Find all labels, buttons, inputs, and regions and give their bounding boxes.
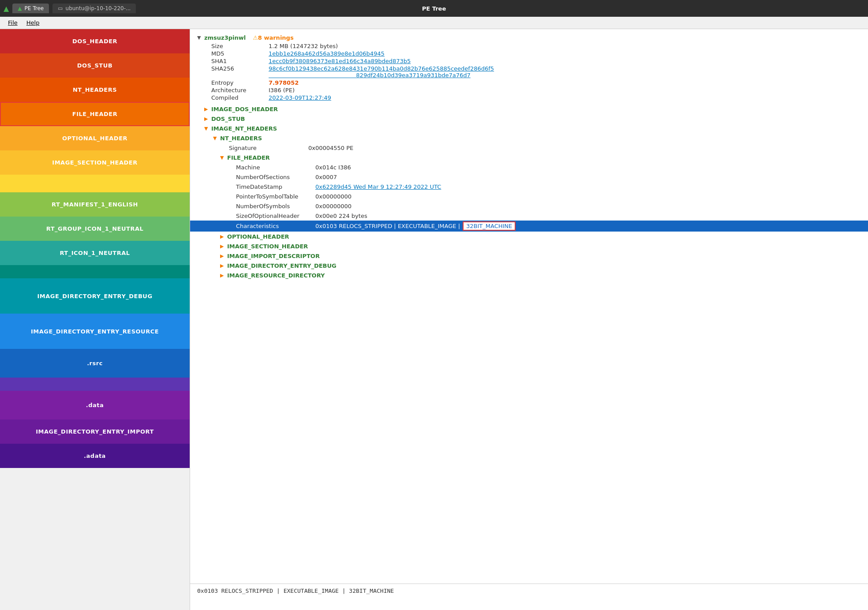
machine-value: 0x014c I386 [315, 164, 351, 171]
file-header-node[interactable]: ▼ FILE_HEADER [190, 153, 868, 162]
num-symbols-label: NumberOfSymbols [236, 203, 315, 210]
optional-header-label[interactable]: OPTIONAL_HEADER [227, 233, 289, 240]
image-dos-header-label[interactable]: IMAGE_DOS_HEADER [211, 106, 278, 112]
section-rt-icon[interactable]: RT_ICON_1_NEUTRAL [0, 241, 190, 265]
image-dir-debug-label[interactable]: IMAGE_DIRECTORY_ENTRY_DEBUG [227, 262, 337, 269]
image-nt-headers-node[interactable]: ▼ IMAGE_NT_HEADERS [190, 123, 868, 133]
ptr-symbol-value: 0x00000000 [315, 193, 352, 200]
machine-row: Machine 0x014c I386 [190, 162, 868, 172]
nt-headers-label[interactable]: NT_HEADERS [220, 135, 262, 142]
expand-iid-icon: ▶ [220, 253, 227, 259]
expand-isechead-icon: ▶ [220, 243, 227, 249]
characteristics-label: Characteristics [236, 223, 315, 229]
expand-dos-icon: ▶ [204, 106, 211, 112]
file-header-label[interactable]: FILE_HEADER [227, 154, 270, 161]
sha1-value[interactable]: 1ecc0b9f380896373e81ed166c34a89bded873b5 [269, 58, 411, 64]
compiled-value[interactable]: 2022-03-09T12:27:49 [269, 94, 331, 101]
ptr-symbol-row: PointerToSymbolTable 0x00000000 [190, 191, 868, 201]
sha1-label: SHA1 [211, 58, 269, 64]
dos-stub-label[interactable]: DOS_STUB [211, 116, 245, 122]
expand-filename-icon: ▼ [197, 35, 204, 41]
entropy-row: Entropy 7.978052 [190, 79, 868, 86]
signature-label: Signature [229, 145, 308, 151]
expand-idd-icon: ▶ [220, 263, 227, 269]
characteristics-value: 0x0103 RELOCS_STRIPPED | EXECUTABLE_IMAG… [315, 223, 460, 229]
arch-row: Architecture I386 (PE) [190, 86, 868, 94]
expand-ntheaders-icon: ▼ [213, 135, 220, 141]
warnings-label: 8 warnings [258, 34, 294, 41]
image-nt-headers-label[interactable]: IMAGE_NT_HEADERS [211, 125, 277, 132]
image-resource-dir-node[interactable]: ▶ IMAGE_RESOURCE_DIRECTORY [190, 270, 868, 280]
image-import-descriptor-node[interactable]: ▶ IMAGE_IMPORT_DESCRIPTOR [190, 251, 868, 261]
filename-row: ▼ zmsuz3pinwl ⚠ 8 warnings [190, 33, 868, 42]
section-rt-group-icon[interactable]: RT_GROUP_ICON_1_NEUTRAL [0, 217, 190, 241]
image-dir-debug-node[interactable]: ▶ IMAGE_DIRECTORY_ENTRY_DEBUG [190, 261, 868, 270]
left-panel: DOS_HEADER DOS_STUB NT_HEADERS FILE_HEAD… [0, 29, 190, 610]
tree-area: ▼ zmsuz3pinwl ⚠ 8 warnings Size 1.2 MB (… [190, 29, 868, 584]
section-adata[interactable]: .adata [0, 444, 190, 468]
section-data[interactable]: .data [0, 391, 190, 419]
section-rt-manifest[interactable]: RT_MANIFEST_1_ENGLISH [0, 192, 190, 217]
image-section-header-label[interactable]: IMAGE_SECTION_HEADER [227, 243, 308, 250]
md5-value[interactable]: 1ebb1e268a462d56a389e8e1d06b4945 [269, 50, 385, 57]
filename-link[interactable]: zmsuz3pinwl [204, 34, 246, 41]
compiled-label: Compiled [211, 94, 269, 101]
tab-petree[interactable]: ▲ PE Tree [12, 4, 49, 13]
sha256-row: SHA256 98c6cf0b129438ec62a628e8431e790b1… [190, 65, 868, 79]
app-icon: ▲ [4, 4, 9, 13]
section-dos-stub[interactable]: DOS_STUB [0, 53, 190, 78]
section-optional-header[interactable]: OPTIONAL_HEADER [0, 126, 190, 150]
entropy-value: 7.978052 [269, 79, 299, 86]
dos-stub-node[interactable]: ▶ DOS_STUB [190, 114, 868, 123]
image-import-descriptor-label[interactable]: IMAGE_IMPORT_DESCRIPTOR [227, 253, 320, 259]
image-dos-header-node[interactable]: ▶ IMAGE_DOS_HEADER [190, 104, 868, 114]
expand-opthead-icon: ▶ [220, 234, 227, 240]
sha256-label: SHA256 [211, 65, 269, 72]
section-nt-headers[interactable]: NT_HEADERS [0, 78, 190, 102]
section-file-header[interactable]: FILE_HEADER [0, 102, 190, 126]
entropy-label: Entropy [211, 79, 269, 86]
image-resource-dir-label[interactable]: IMAGE_RESOURCE_DIRECTORY [227, 272, 325, 279]
num-symbols-value: 0x00000000 [315, 203, 352, 210]
size-optional-row: SizeOfOptionalHeader 0x00e0 224 bytes [190, 211, 868, 221]
section-image-section-header[interactable]: IMAGE_SECTION_HEADER [0, 150, 190, 175]
section-image-dir-debug[interactable]: IMAGE_DIRECTORY_ENTRY_DEBUG [0, 278, 190, 314]
nt-headers-node[interactable]: ▼ NT_HEADERS [190, 133, 868, 143]
section-dos-header[interactable]: DOS_HEADER [0, 29, 190, 53]
sha256-value[interactable]: 98c6cf0b129438ec62a628e8431e790b114ba0d8… [269, 65, 494, 79]
size-optional-label: SizeOfOptionalHeader [236, 213, 315, 219]
right-panel: ▼ zmsuz3pinwl ⚠ 8 warnings Size 1.2 MB (… [190, 29, 868, 610]
optional-header-node[interactable]: ▶ OPTIONAL_HEADER [190, 232, 868, 241]
characteristics-highlight: 32BIT_MACHINE [463, 221, 516, 231]
section-image-dir-import[interactable]: IMAGE_DIRECTORY_ENTRY_IMPORT [0, 419, 190, 444]
tab-terminal-icon: ▭ [58, 5, 63, 11]
characteristics-row[interactable]: Characteristics 0x0103 RELOCS_STRIPPED |… [190, 221, 868, 232]
menu-file[interactable]: File [4, 18, 22, 28]
timedatestamp-row: TimeDateStamp 0x62289d45 Wed Mar 9 12:27… [190, 182, 868, 191]
image-section-header-node[interactable]: ▶ IMAGE_SECTION_HEADER [190, 241, 868, 251]
sha1-row: SHA1 1ecc0b9f380896373e81ed166c34a89bded… [190, 57, 868, 65]
tab-petree-label: PE Tree [25, 5, 44, 11]
menubar: File Help [0, 17, 868, 29]
timedatestamp-label: TimeDateStamp [236, 183, 315, 190]
status-text: 0x0103 RELOCS_STRIPPED | EXECUTABLE_IMAG… [197, 588, 394, 594]
expand-ird-icon: ▶ [220, 273, 227, 278]
arch-value: I386 (PE) [269, 87, 295, 94]
expand-nt-icon: ▼ [204, 126, 211, 131]
main-content: DOS_HEADER DOS_STUB NT_HEADERS FILE_HEAD… [0, 29, 868, 610]
section-rsrc[interactable]: .rsrc [0, 349, 190, 378]
tab-terminal-label: ubuntu@ip-10-10-220-... [66, 5, 131, 11]
size-optional-value: 0x00e0 224 bytes [315, 213, 367, 219]
menu-help[interactable]: Help [22, 18, 44, 28]
num-symbols-row: NumberOfSymbols 0x00000000 [190, 201, 868, 211]
size-row: Size 1.2 MB (1247232 bytes) [190, 42, 868, 50]
num-sections-label: NumberOfSections [236, 174, 315, 180]
section-image-dir-resource[interactable]: IMAGE_DIRECTORY_ENTRY_RESOURCE [0, 314, 190, 349]
status-bar: 0x0103 RELOCS_STRIPPED | EXECUTABLE_IMAG… [190, 584, 868, 610]
tab-petree-icon: ▲ [18, 5, 22, 11]
md5-label: MD5 [211, 50, 269, 57]
timedatestamp-value[interactable]: 0x62289d45 Wed Mar 9 12:27:49 2022 UTC [315, 183, 441, 190]
signature-value: 0x00004550 PE [308, 145, 353, 151]
signature-row: Signature 0x00004550 PE [190, 143, 868, 153]
tab-terminal[interactable]: ▭ ubuntu@ip-10-10-220-... [52, 4, 136, 13]
